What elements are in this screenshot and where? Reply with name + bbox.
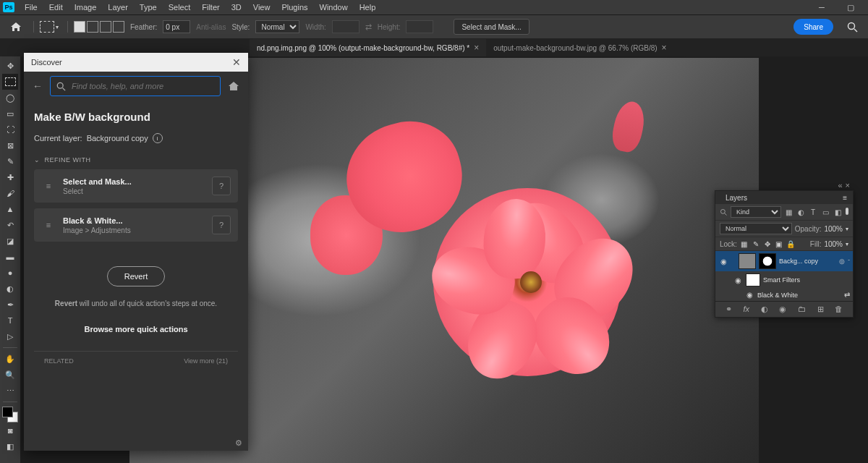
filter-toggle-icon[interactable]: [846, 208, 848, 215]
close-icon[interactable]: ×: [846, 181, 850, 190]
opacity-value[interactable]: 100%: [824, 225, 843, 233]
trash-icon[interactable]: 🗑: [835, 305, 843, 314]
path-tool-icon[interactable]: ▷: [2, 328, 18, 344]
select-and-mask-button[interactable]: Select and Mask...: [454, 19, 529, 35]
filter-kind-select[interactable]: Kind: [731, 206, 781, 218]
menu-type[interactable]: Type: [134, 1, 163, 13]
menu-image[interactable]: Image: [69, 1, 103, 13]
maximize-icon[interactable]: ▢: [836, 0, 865, 14]
visibility-icon[interactable]: ◉: [718, 258, 728, 266]
visibility-icon[interactable]: ◉: [744, 291, 754, 299]
close-icon[interactable]: ✕: [232, 56, 241, 68]
fx-icon[interactable]: fx: [743, 305, 749, 314]
layer-row[interactable]: ◉ Black & White ⇄: [715, 289, 853, 301]
search-field[interactable]: [70, 81, 214, 91]
menu-select[interactable]: Select: [163, 1, 197, 13]
info-icon[interactable]: i: [153, 133, 163, 143]
pixel-filter-icon[interactable]: ▦: [784, 208, 793, 216]
help-icon[interactable]: ?: [212, 216, 231, 234]
lock-all-icon[interactable]: 🔒: [786, 239, 795, 248]
blur-tool-icon[interactable]: ●: [2, 265, 18, 281]
chevron-down-icon[interactable]: ⌄: [34, 156, 41, 163]
move-tool-icon[interactable]: ✥: [2, 58, 18, 74]
add-selection-icon[interactable]: [87, 21, 98, 33]
link-icon[interactable]: ⚭: [726, 305, 732, 314]
gear-icon[interactable]: ⚙: [235, 438, 242, 448]
menu-help[interactable]: Help: [354, 1, 382, 13]
eyedropper-tool-icon[interactable]: ✎: [2, 153, 18, 169]
fill-value[interactable]: 100%: [824, 240, 843, 248]
search-icon[interactable]: [843, 19, 861, 35]
hand-tool-icon[interactable]: ✋: [2, 351, 18, 367]
browse-link[interactable]: Browse more quick actions: [34, 325, 238, 334]
home-icon[interactable]: [228, 81, 239, 91]
menu-file[interactable]: File: [19, 1, 43, 13]
frame-tool-icon[interactable]: ⊠: [2, 137, 18, 153]
history-brush-tool-icon[interactable]: ↶: [2, 217, 18, 233]
menu-filter[interactable]: Filter: [196, 1, 225, 13]
subtract-selection-icon[interactable]: [100, 21, 111, 33]
zoom-tool-icon[interactable]: 🔍: [2, 367, 18, 383]
feather-input[interactable]: [163, 20, 190, 33]
layer-row[interactable]: ◉ Smart Filters: [715, 271, 853, 289]
edit-toolbar-icon[interactable]: ⋯: [2, 383, 18, 399]
screenmode-icon[interactable]: ◧: [2, 438, 18, 454]
refine-card[interactable]: ≡ Black & White...Image > Adjustments ?: [34, 208, 238, 242]
layers-tab[interactable]: Layers: [721, 192, 752, 203]
marquee-tool-icon[interactable]: [40, 21, 54, 33]
close-icon[interactable]: ×: [474, 43, 479, 53]
panel-menu-icon[interactable]: ≡: [843, 194, 847, 202]
gradient-tool-icon[interactable]: ▬: [2, 249, 18, 265]
share-button[interactable]: Share: [793, 19, 833, 35]
style-select[interactable]: Normal: [255, 20, 299, 33]
lock-paint-icon[interactable]: ✎: [752, 239, 760, 248]
layer-name[interactable]: Backg... copy: [779, 258, 836, 265]
group-icon[interactable]: 🗀: [798, 305, 806, 314]
menu-3d[interactable]: 3D: [226, 1, 247, 13]
refine-card[interactable]: ≡ Select and Mask...Select ?: [34, 169, 238, 203]
type-filter-icon[interactable]: T: [809, 208, 817, 216]
help-icon[interactable]: ?: [212, 177, 231, 195]
stamp-tool-icon[interactable]: ▲: [2, 201, 18, 217]
foreground-swatch[interactable]: [2, 407, 13, 417]
menu-edit[interactable]: Edit: [43, 1, 69, 13]
minimize-icon[interactable]: ─: [807, 0, 836, 14]
adjust-filter-icon[interactable]: ◐: [796, 208, 805, 216]
crop-tool-icon[interactable]: ⛶: [2, 122, 18, 137]
layer-mask[interactable]: [759, 253, 776, 269]
document-tab[interactable]: nd.png.img.png @ 100% (output-make-backg…: [250, 39, 486, 56]
lock-nest-icon[interactable]: ▣: [775, 239, 783, 248]
document-tab[interactable]: output-make-background-bw.jpg @ 66.7% (R…: [486, 39, 673, 56]
visibility-icon[interactable]: ◉: [733, 276, 743, 284]
eraser-tool-icon[interactable]: ◪: [2, 233, 18, 249]
search-input[interactable]: [50, 76, 221, 96]
marquee-tool-icon[interactable]: [2, 74, 18, 90]
new-layer-icon[interactable]: ⊞: [817, 305, 824, 314]
smart-filter-icon[interactable]: ◧: [833, 208, 842, 216]
collapse-icon[interactable]: «: [838, 181, 842, 190]
filter-settings-icon[interactable]: ⇄: [844, 291, 850, 299]
close-icon[interactable]: ×: [662, 43, 667, 53]
layer-thumb[interactable]: [739, 253, 756, 269]
dodge-tool-icon[interactable]: ◐: [2, 281, 18, 297]
back-icon[interactable]: ←: [33, 80, 43, 92]
heal-tool-icon[interactable]: ✚: [2, 169, 18, 185]
revert-button[interactable]: Revert: [107, 266, 165, 286]
lock-pos-icon[interactable]: ✥: [763, 239, 772, 248]
type-tool-icon[interactable]: T: [2, 313, 18, 328]
menu-plugins[interactable]: Plugins: [276, 1, 313, 13]
menu-window[interactable]: Window: [314, 1, 354, 13]
lasso-tool-icon[interactable]: ◯: [2, 90, 18, 106]
brush-tool-icon[interactable]: 🖌: [2, 185, 18, 201]
home-icon[interactable]: [7, 19, 25, 35]
new-selection-icon[interactable]: [74, 21, 85, 33]
view-more-link[interactable]: View more (21): [184, 357, 228, 365]
intersect-selection-icon[interactable]: [113, 21, 124, 33]
adjustment-icon[interactable]: ◉: [779, 305, 786, 314]
quickmask-icon[interactable]: ◙: [2, 422, 18, 438]
shape-filter-icon[interactable]: ▭: [821, 208, 830, 216]
menu-layer[interactable]: Layer: [102, 1, 134, 13]
menu-view[interactable]: View: [247, 1, 276, 13]
chevron-icon[interactable]: ˇ: [848, 258, 850, 265]
pen-tool-icon[interactable]: ✒: [2, 297, 18, 313]
